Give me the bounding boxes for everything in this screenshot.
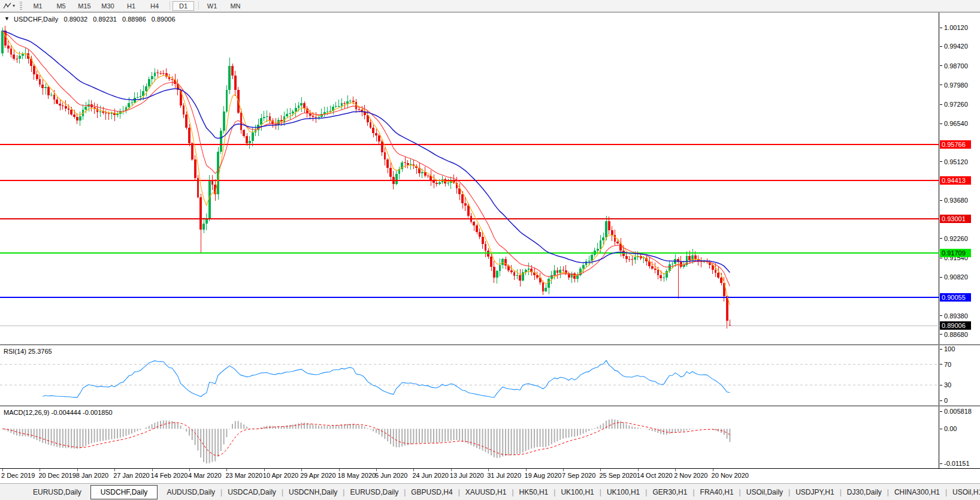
date-label: 7 Sep 2020 [562, 472, 595, 479]
timeframe-button-m30[interactable]: M30 [97, 1, 119, 11]
rsi-axis[interactable]: 10070300 [940, 345, 980, 405]
date-tick-mark [264, 469, 265, 471]
price-tick-label: 0.89380 [944, 313, 968, 320]
ohlc-low: 0.88986 [122, 16, 146, 23]
macd-tick-label: 0.00 [944, 426, 957, 432]
chart-tab-usoil-daily[interactable]: USOil,Daily [741, 488, 788, 496]
price-tick-mark [940, 200, 942, 201]
date-label: 31 Jul 2020 [487, 472, 521, 479]
price-tick-mark [940, 238, 942, 239]
timeframe-button-m5[interactable]: M5 [50, 1, 72, 11]
date-label: 19 Aug 2020 [525, 472, 562, 479]
crosshair-tool-icon[interactable] [2, 2, 12, 10]
chart-tab-xauusd-h1[interactable]: XAUUSD,H1 [460, 488, 512, 496]
date-label: 27 Jan 2020 [113, 472, 150, 479]
date-label: 23 Mar 2020 [225, 472, 262, 479]
macd-canvas[interactable] [0, 406, 939, 468]
timeframe-button-h4[interactable]: H4 [144, 1, 165, 11]
date-tick-mark [77, 469, 78, 471]
date-label: 29 Apr 2020 [300, 472, 335, 479]
timeframe-button-h1[interactable]: H1 [120, 1, 142, 11]
rsi-label: RSI(14) 25.3765 [4, 348, 52, 355]
chart-tab-usoil-h1[interactable]: USOil,H1 [947, 488, 980, 496]
date-tick-mark [413, 469, 414, 471]
chart-tab-usdcad-daily[interactable]: USDCAD,Daily [222, 488, 282, 496]
price-tick-label: 0.97260 [944, 101, 968, 108]
timeframe-button-w1[interactable]: W1 [201, 1, 223, 11]
date-tick-mark [526, 469, 527, 471]
macd-tick-mark [940, 463, 942, 464]
chart-tab-bar: EURUSD,DailyUSDCHF,DailyAUDUSD,Daily|USD… [0, 483, 980, 500]
price-tick-mark [940, 28, 942, 28]
date-tick-mark [675, 469, 676, 471]
date-label: 14 Feb 2020 [151, 472, 188, 479]
chart-tab-uk100-h1[interactable]: UK100,H1 [555, 488, 599, 496]
chart-tab-uk100-h1[interactable]: UK100,H1 [601, 488, 645, 496]
date-axis[interactable]: 2 Dec 201920 Dec 20198 Jan 202027 Jan 20… [0, 469, 980, 482]
date-label: 14 Oct 2020 [637, 472, 673, 479]
price-tick-mark [940, 124, 942, 124]
chart-tab-usdchf-daily[interactable]: USDCHF,Daily [90, 485, 158, 499]
price-tick-label: 0.99420 [944, 43, 968, 50]
timeframe-button-d1[interactable]: D1 [173, 1, 194, 11]
chart-tab-usdcnh-daily[interactable]: USDCNH,Daily [283, 488, 343, 496]
chart-tab-hk50-h1[interactable]: HK50,H1 [514, 488, 554, 496]
rsi-canvas[interactable] [0, 345, 939, 405]
chart-tab-gbpusd-h4[interactable]: GBPUSD,H4 [406, 488, 458, 496]
date-tick-mark [451, 469, 452, 471]
macd-axis[interactable]: 0.0058180.00-0.01151 [940, 406, 980, 468]
price-tick-mark [940, 104, 942, 105]
chart-tab-fra40-h1[interactable]: FRA40,H1 [695, 488, 739, 496]
chart-tab-eurusd-daily[interactable]: EURUSD,Daily [28, 488, 87, 496]
chart-tab-usdjpy-h1[interactable]: USDJPY,H1 [790, 488, 839, 496]
date-label: 25 Sep 2020 [599, 472, 636, 479]
rsi-tick-label: 0 [944, 397, 948, 404]
date-label: 24 Jun 2020 [412, 472, 449, 479]
price-tick-label: 0.88680 [944, 332, 968, 338]
collapse-panel-icon[interactable]: ▼ [4, 16, 10, 23]
date-label: 20 Nov 2020 [712, 472, 749, 479]
chart-tab-ger30-h1[interactable]: GER30,H1 [647, 488, 692, 496]
timeframe-button-mn[interactable]: MN [225, 1, 246, 11]
macd-label: MACD(12,26,9) -0.004444 -0.001850 [4, 409, 113, 416]
toolbar-grip[interactable] [20, 2, 22, 10]
trading-platform-window: ▾ M1M5M15M30H1H4D1W1MN ▼ USDCHF,Daily 0.… [0, 0, 980, 500]
chart-window: ▼ USDCHF,Daily 0.89032 0.89231 0.88986 0… [0, 12, 980, 483]
chart-tab-audusd-daily[interactable]: AUDUSD,Daily [161, 488, 220, 496]
price-axis[interactable]: 1.001200.994200.987000.979800.972600.965… [940, 13, 980, 344]
ohlc-high: 0.89231 [93, 16, 117, 23]
price-tick-mark [940, 277, 942, 278]
date-tick-mark [301, 469, 302, 471]
rsi-panel: RSI(14) 25.3765 10070300 [0, 345, 980, 406]
macd-tick-mark [940, 429, 942, 429]
date-tick-mark [600, 469, 601, 471]
level-price-label: 0.93001 [940, 215, 971, 223]
date-tick-mark [713, 469, 713, 471]
timeframe-button-m15[interactable]: M15 [74, 1, 95, 11]
date-label: 8 Jan 2020 [76, 472, 108, 479]
current-price-label: 0.89006 [940, 321, 971, 330]
chart-tab-china300-h1[interactable]: CHINA300,H1 [889, 488, 945, 496]
date-tick-mark [488, 469, 489, 471]
macd-panel: MACD(12,26,9) -0.004444 -0.001850 0.0058… [0, 406, 980, 469]
timeframe-button-m1[interactable]: M1 [27, 1, 49, 11]
chart-title-bar: ▼ USDCHF,Daily 0.89032 0.89231 0.88986 0… [4, 16, 176, 23]
date-label: 2 Nov 2020 [674, 472, 707, 479]
dropdown-caret-icon[interactable]: ▾ [13, 3, 15, 8]
rsi-tick-label: 30 [944, 382, 951, 388]
date-tick-mark [339, 469, 340, 471]
chart-tab-eurusd-daily[interactable]: EURUSD,Daily [344, 488, 404, 496]
macd-tick-label: 0.005818 [944, 408, 972, 415]
chart-tab-dj30-daily[interactable]: DJ30,Daily [842, 488, 887, 496]
date-label: 4 Mar 2020 [188, 472, 222, 479]
date-label: 18 May 2020 [338, 472, 376, 479]
price-tick-label: 0.96540 [944, 121, 968, 127]
price-tick-mark [940, 65, 942, 66]
date-tick-mark [638, 469, 639, 471]
level-price-label: 0.90055 [940, 293, 971, 302]
date-label: 5 Jun 2020 [375, 472, 407, 479]
price-tick-mark [940, 161, 942, 162]
ohlc-open: 0.89032 [63, 16, 87, 23]
date-tick-mark [2, 469, 3, 471]
price-chart-canvas[interactable] [0, 13, 939, 344]
